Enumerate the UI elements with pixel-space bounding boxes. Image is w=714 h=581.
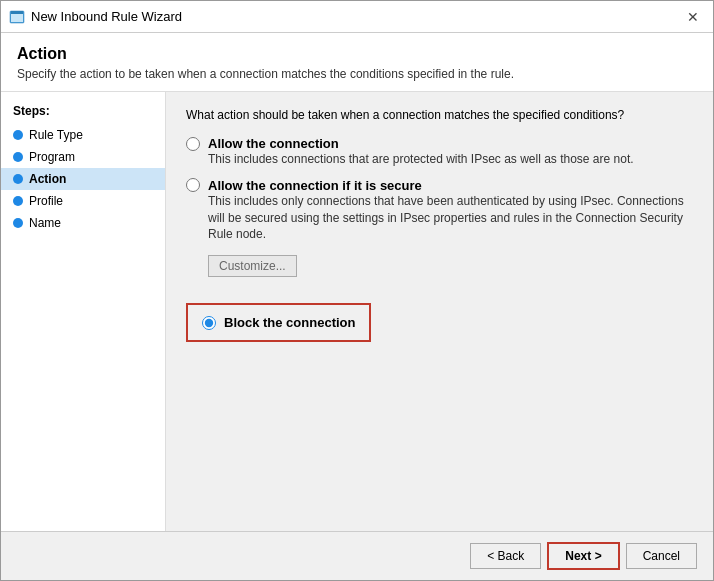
dialog-header: Action Specify the action to be taken wh… (1, 33, 713, 92)
back-button[interactable]: < Back (470, 543, 541, 569)
customize-button[interactable]: Customize... (208, 255, 297, 277)
step-label-profile: Profile (29, 194, 63, 208)
step-label-action: Action (29, 172, 66, 186)
option-block-box: Block the connection (186, 303, 371, 342)
next-button[interactable]: Next > (547, 542, 619, 570)
steps-panel: Steps: Rule Type Program Action Profile … (1, 92, 166, 531)
main-panel: What action should be taken when a conne… (166, 92, 713, 531)
svg-rect-1 (11, 14, 23, 22)
step-dot-name (13, 218, 23, 228)
radio-allow-secure[interactable] (186, 178, 200, 192)
sidebar-item-action[interactable]: Action (1, 168, 165, 190)
step-label-name: Name (29, 216, 61, 230)
page-title: Action (17, 45, 697, 63)
dialog-window: New Inbound Rule Wizard ✕ Action Specify… (0, 0, 714, 581)
dialog-footer: < Back Next > Cancel (1, 531, 713, 580)
cancel-button[interactable]: Cancel (626, 543, 697, 569)
sidebar-item-rule-type[interactable]: Rule Type (1, 124, 165, 146)
label-allow[interactable]: Allow the connection (208, 136, 339, 151)
title-bar: New Inbound Rule Wizard ✕ (1, 1, 713, 33)
option-allow-secure: Allow the connection if it is secure Thi… (186, 178, 693, 277)
step-dot-action (13, 174, 23, 184)
desc-allow: This includes connections that are prote… (208, 151, 693, 168)
sidebar-item-program[interactable]: Program (1, 146, 165, 168)
page-description: Specify the action to be taken when a co… (17, 67, 697, 81)
step-label-program: Program (29, 150, 75, 164)
question-text: What action should be taken when a conne… (186, 108, 693, 122)
sidebar-item-profile[interactable]: Profile (1, 190, 165, 212)
option-allow-row: Allow the connection (186, 136, 693, 151)
option-allow-secure-row: Allow the connection if it is secure (186, 178, 693, 193)
desc-allow-secure: This includes only connections that have… (208, 193, 693, 243)
step-dot-profile (13, 196, 23, 206)
close-button[interactable]: ✕ (681, 5, 705, 29)
step-dot-program (13, 152, 23, 162)
label-allow-secure[interactable]: Allow the connection if it is secure (208, 178, 422, 193)
label-block[interactable]: Block the connection (224, 315, 355, 330)
step-label-rule-type: Rule Type (29, 128, 83, 142)
radio-block[interactable] (202, 316, 216, 330)
step-dot-rule-type (13, 130, 23, 140)
radio-allow[interactable] (186, 137, 200, 151)
title-bar-text: New Inbound Rule Wizard (31, 9, 681, 24)
svg-rect-2 (11, 11, 23, 14)
option-block-wrapper: Block the connection (186, 295, 693, 342)
sidebar-item-name[interactable]: Name (1, 212, 165, 234)
dialog-body: Steps: Rule Type Program Action Profile … (1, 92, 713, 531)
option-allow: Allow the connection This includes conne… (186, 136, 693, 168)
steps-label: Steps: (1, 104, 165, 124)
window-icon (9, 9, 25, 25)
option-group: Allow the connection This includes conne… (186, 136, 693, 342)
